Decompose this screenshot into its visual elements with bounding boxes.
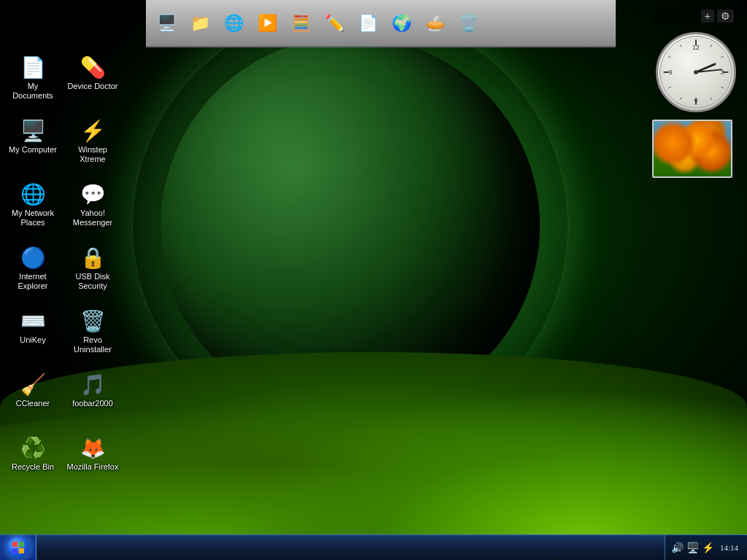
widget-settings-button[interactable]: ⚙ bbox=[717, 9, 734, 23]
icon-internet-explorer-image: 🔵 bbox=[21, 246, 44, 269]
icon-yahoo-messenger-label: Yahoo! Messenger bbox=[66, 209, 119, 228]
icon-ccleaner-image: 🧹 bbox=[21, 373, 44, 396]
ql-icon-ql-trash[interactable]: 🗑️ bbox=[454, 9, 483, 38]
sidebar-widgets: + ⚙ 12 3 6 9 bbox=[652, 7, 740, 178]
widget-control-bar: + ⚙ bbox=[652, 7, 740, 25]
icon-my-computer-label: My Computer bbox=[9, 145, 57, 155]
icon-usb-disk-security-image: 🔒 bbox=[81, 246, 104, 269]
widget-add-button[interactable]: + bbox=[701, 9, 714, 23]
svg-line-13 bbox=[680, 97, 681, 99]
desktop-icon-my-documents[interactable]: 📄My Documents bbox=[4, 51, 62, 113]
ql-icon-ql-folder[interactable]: 📁 bbox=[185, 9, 214, 38]
icon-recycle-bin-label: Recycle Bin bbox=[12, 462, 54, 472]
photo-flowers-image bbox=[654, 121, 731, 176]
power-tray-icon[interactable]: ⚡ bbox=[702, 542, 714, 553]
ql-icon-ql-network[interactable]: 🌍 bbox=[387, 9, 416, 38]
network-tray-icon[interactable]: 🖥️ bbox=[686, 542, 699, 553]
icon-device-doctor-label: Device Doctor bbox=[67, 82, 117, 91]
icon-winstep-xtreme-label: Winstep Xtreme bbox=[66, 145, 119, 164]
desktop-icon-usb-disk-security[interactable]: 🔒USB Disk Security bbox=[63, 241, 122, 303]
ql-icon-ql-pen[interactable]: ✏️ bbox=[320, 9, 349, 38]
desktop-icon-recycle-bin[interactable]: ♻️Recycle Bin bbox=[4, 432, 62, 494]
svg-line-15 bbox=[668, 56, 670, 58]
start-orb bbox=[7, 537, 29, 559]
svg-line-14 bbox=[668, 87, 670, 88]
svg-rect-20 bbox=[12, 542, 18, 547]
icon-my-computer-image: 🖥️ bbox=[21, 119, 44, 142]
ql-icon-ql-ie[interactable]: 🌐 bbox=[219, 9, 248, 38]
desktop-icon-foobar2000[interactable]: 🎵foobar2000 bbox=[63, 368, 122, 430]
taskbar-middle bbox=[36, 535, 665, 560]
volume-tray-icon[interactable]: 🔊 bbox=[671, 542, 684, 553]
desktop-icon-revo-uninstaller[interactable]: 🗑️Revo Uninstaller bbox=[63, 305, 122, 367]
desktop-icon-device-doctor[interactable]: 💊Device Doctor bbox=[63, 51, 122, 113]
icon-ccleaner-label: CCleaner bbox=[16, 399, 50, 408]
desktop-icon-mozilla-firefox[interactable]: 🦊Mozilla Firefox bbox=[63, 432, 122, 494]
desktop-icon-winstep-xtreme[interactable]: ⚡Winstep Xtreme bbox=[63, 114, 122, 176]
ql-icon-ql-doc[interactable]: 📄 bbox=[353, 9, 382, 38]
icon-recycle-bin-image: ♻️ bbox=[21, 436, 44, 459]
icon-unikey-label: UniKey bbox=[20, 335, 45, 345]
icon-internet-explorer-label: Internet Explorer bbox=[7, 272, 59, 291]
svg-line-9 bbox=[711, 44, 712, 47]
icon-my-documents-label: My Documents bbox=[7, 82, 59, 101]
start-button[interactable] bbox=[0, 535, 36, 560]
svg-line-12 bbox=[711, 97, 712, 99]
icon-my-documents-image: 📄 bbox=[21, 55, 44, 79]
svg-line-10 bbox=[721, 56, 723, 58]
taskbar: 🔊 🖥️ ⚡ 14:14 bbox=[0, 534, 747, 560]
icon-device-doctor-image: 💊 bbox=[81, 55, 104, 79]
icon-revo-uninstaller-label: Revo Uninstaller bbox=[66, 335, 119, 354]
ql-icon-ql-computer[interactable]: 🖥️ bbox=[152, 9, 181, 38]
desktop-icon-internet-explorer[interactable]: 🔵Internet Explorer bbox=[4, 241, 62, 303]
photo-widget bbox=[652, 120, 732, 178]
desktop-icon-my-computer[interactable]: 🖥️My Computer bbox=[4, 114, 62, 176]
quick-launch-bar: 🖥️📁🌐▶️🧮✏️📄🌍🥧🗑️ bbox=[146, 0, 616, 47]
svg-rect-21 bbox=[19, 542, 24, 547]
ql-icon-ql-calc[interactable]: 🧮 bbox=[286, 9, 315, 38]
icon-foobar2000-image: 🎵 bbox=[81, 373, 104, 396]
icon-unikey-image: ⌨️ bbox=[21, 309, 44, 332]
icon-winstep-xtreme-image: ⚡ bbox=[81, 119, 104, 142]
svg-line-16 bbox=[680, 44, 681, 47]
svg-rect-23 bbox=[19, 548, 24, 553]
icon-mozilla-firefox-image: 🦊 bbox=[81, 436, 104, 459]
desktop-icon-area: 📄My Documents💊Device Doctor🖥️My Computer… bbox=[4, 51, 122, 494]
svg-point-19 bbox=[694, 70, 698, 74]
icon-my-network-places-image: 🌐 bbox=[21, 182, 44, 206]
system-tray: 🔊 🖥️ ⚡ 14:14 bbox=[665, 535, 747, 560]
desktop-icon-yahoo-messenger[interactable]: 💬Yahoo! Messenger bbox=[63, 178, 122, 240]
icon-foobar2000-label: foobar2000 bbox=[72, 399, 113, 408]
desktop-icon-ccleaner[interactable]: 🧹CCleaner bbox=[4, 368, 62, 430]
clock-widget: 12 3 6 9 bbox=[656, 32, 736, 112]
icon-revo-uninstaller-image: 🗑️ bbox=[81, 309, 104, 332]
icon-yahoo-messenger-image: 💬 bbox=[81, 182, 104, 206]
ql-icon-ql-pie[interactable]: 🥧 bbox=[420, 9, 449, 38]
taskbar-clock: 14:14 bbox=[717, 543, 741, 552]
svg-text:12: 12 bbox=[692, 44, 700, 51]
icon-mozilla-firefox-label: Mozilla Firefox bbox=[67, 462, 119, 472]
svg-text:6: 6 bbox=[694, 96, 698, 104]
clock-face: 12 3 6 9 bbox=[658, 34, 734, 110]
desktop: 🖥️📁🌐▶️🧮✏️📄🌍🥧🗑️ 📄My Documents💊Device Doct… bbox=[0, 0, 747, 560]
svg-rect-22 bbox=[12, 548, 18, 553]
ql-icon-ql-media[interactable]: ▶️ bbox=[252, 9, 282, 38]
svg-text:9: 9 bbox=[669, 69, 673, 76]
desktop-icon-my-network-places[interactable]: 🌐My Network Places bbox=[4, 178, 62, 240]
windows-logo-icon bbox=[12, 541, 25, 554]
icon-usb-disk-security-label: USB Disk Security bbox=[66, 272, 119, 291]
svg-line-11 bbox=[721, 87, 723, 88]
desktop-icon-unikey[interactable]: ⌨️UniKey bbox=[4, 305, 62, 367]
icon-my-network-places-label: My Network Places bbox=[7, 209, 59, 228]
